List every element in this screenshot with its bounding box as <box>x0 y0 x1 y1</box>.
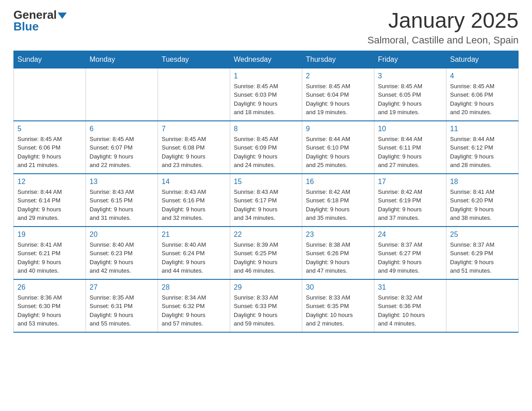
day-info: Sunrise: 8:44 AMSunset: 6:11 PMDaylight:… <box>378 135 442 170</box>
calendar-cell: 15Sunrise: 8:43 AMSunset: 6:17 PMDayligh… <box>230 174 302 227</box>
page-header: General Blue January 2025 Salmoral, Cast… <box>13 9 519 46</box>
calendar-header: SundayMondayTuesdayWednesdayThursdayFrid… <box>14 51 519 68</box>
day-number: 9 <box>306 125 370 133</box>
calendar-cell: 21Sunrise: 8:40 AMSunset: 6:24 PMDayligh… <box>158 227 230 279</box>
day-number: 18 <box>450 178 515 186</box>
calendar-cell: 24Sunrise: 8:37 AMSunset: 6:27 PMDayligh… <box>374 227 446 279</box>
day-info: Sunrise: 8:34 AMSunset: 6:32 PMDaylight:… <box>162 293 226 328</box>
calendar-cell: 20Sunrise: 8:40 AMSunset: 6:23 PMDayligh… <box>86 227 158 279</box>
day-info: Sunrise: 8:41 AMSunset: 6:21 PMDaylight:… <box>17 240 82 275</box>
day-info: Sunrise: 8:45 AMSunset: 6:04 PMDaylight:… <box>306 82 370 117</box>
day-number: 11 <box>450 125 515 133</box>
calendar-cell: 5Sunrise: 8:45 AMSunset: 6:06 PMDaylight… <box>14 121 86 174</box>
calendar-cell: 11Sunrise: 8:44 AMSunset: 6:12 PMDayligh… <box>446 121 519 174</box>
day-info: Sunrise: 8:43 AMSunset: 6:16 PMDaylight:… <box>162 188 226 223</box>
calendar-cell <box>86 68 158 121</box>
day-number: 26 <box>17 283 82 291</box>
calendar-cell: 22Sunrise: 8:39 AMSunset: 6:25 PMDayligh… <box>230 227 302 279</box>
logo-top: General <box>13 9 67 21</box>
day-info: Sunrise: 8:45 AMSunset: 6:08 PMDaylight:… <box>162 135 226 170</box>
calendar-cell: 30Sunrise: 8:33 AMSunset: 6:35 PMDayligh… <box>302 279 374 332</box>
calendar-cell: 6Sunrise: 8:45 AMSunset: 6:07 PMDaylight… <box>86 121 158 174</box>
day-number: 3 <box>378 72 442 80</box>
weekday-header-tuesday: Tuesday <box>158 51 230 68</box>
calendar-body: 1Sunrise: 8:45 AMSunset: 6:03 PMDaylight… <box>14 68 519 332</box>
calendar-cell: 10Sunrise: 8:44 AMSunset: 6:11 PMDayligh… <box>374 121 446 174</box>
day-info: Sunrise: 8:45 AMSunset: 6:06 PMDaylight:… <box>17 135 82 170</box>
logo: General Blue <box>13 9 67 32</box>
day-info: Sunrise: 8:33 AMSunset: 6:33 PMDaylight:… <box>234 293 298 328</box>
day-number: 19 <box>17 231 82 239</box>
day-info: Sunrise: 8:35 AMSunset: 6:31 PMDaylight:… <box>90 293 154 328</box>
day-info: Sunrise: 8:37 AMSunset: 6:29 PMDaylight:… <box>450 240 515 275</box>
calendar-cell: 28Sunrise: 8:34 AMSunset: 6:32 PMDayligh… <box>158 279 230 332</box>
logo-bottom: Blue <box>13 21 39 32</box>
day-number: 8 <box>234 125 298 133</box>
weekday-header-wednesday: Wednesday <box>230 51 302 68</box>
day-number: 1 <box>234 72 298 80</box>
day-number: 25 <box>450 231 515 239</box>
day-info: Sunrise: 8:32 AMSunset: 6:36 PMDaylight:… <box>378 293 442 328</box>
day-info: Sunrise: 8:45 AMSunset: 6:05 PMDaylight:… <box>378 82 442 117</box>
day-number: 24 <box>378 231 442 239</box>
weekday-header-row: SundayMondayTuesdayWednesdayThursdayFrid… <box>14 51 519 68</box>
calendar-cell: 14Sunrise: 8:43 AMSunset: 6:16 PMDayligh… <box>158 174 230 227</box>
month-title: January 2025 <box>367 9 519 33</box>
calendar-cell: 3Sunrise: 8:45 AMSunset: 6:05 PMDaylight… <box>374 68 446 121</box>
day-number: 29 <box>234 283 298 291</box>
weekday-header-sunday: Sunday <box>14 51 86 68</box>
location-title: Salmoral, Castille and Leon, Spain <box>367 34 519 46</box>
day-number: 27 <box>90 283 154 291</box>
calendar-cell: 12Sunrise: 8:44 AMSunset: 6:14 PMDayligh… <box>14 174 86 227</box>
day-info: Sunrise: 8:37 AMSunset: 6:27 PMDaylight:… <box>378 240 442 275</box>
calendar-cell <box>14 68 86 121</box>
calendar-cell <box>158 68 230 121</box>
day-info: Sunrise: 8:41 AMSunset: 6:20 PMDaylight:… <box>450 188 515 223</box>
day-number: 12 <box>17 178 82 186</box>
calendar-cell: 1Sunrise: 8:45 AMSunset: 6:03 PMDaylight… <box>230 68 302 121</box>
calendar-cell: 13Sunrise: 8:43 AMSunset: 6:15 PMDayligh… <box>86 174 158 227</box>
day-info: Sunrise: 8:38 AMSunset: 6:26 PMDaylight:… <box>306 240 370 275</box>
day-number: 28 <box>162 283 226 291</box>
weekday-header-friday: Friday <box>374 51 446 68</box>
weekday-header-thursday: Thursday <box>302 51 374 68</box>
week-row-1: 1Sunrise: 8:45 AMSunset: 6:03 PMDaylight… <box>14 68 519 121</box>
day-info: Sunrise: 8:36 AMSunset: 6:30 PMDaylight:… <box>17 293 82 328</box>
day-info: Sunrise: 8:45 AMSunset: 6:03 PMDaylight:… <box>234 82 298 117</box>
day-info: Sunrise: 8:44 AMSunset: 6:10 PMDaylight:… <box>306 135 370 170</box>
day-info: Sunrise: 8:42 AMSunset: 6:18 PMDaylight:… <box>306 188 370 223</box>
day-info: Sunrise: 8:39 AMSunset: 6:25 PMDaylight:… <box>234 240 298 275</box>
day-number: 10 <box>378 125 442 133</box>
day-info: Sunrise: 8:44 AMSunset: 6:14 PMDaylight:… <box>17 188 82 223</box>
calendar-cell: 9Sunrise: 8:44 AMSunset: 6:10 PMDaylight… <box>302 121 374 174</box>
day-number: 15 <box>234 178 298 186</box>
calendar-cell: 18Sunrise: 8:41 AMSunset: 6:20 PMDayligh… <box>446 174 519 227</box>
day-info: Sunrise: 8:40 AMSunset: 6:24 PMDaylight:… <box>162 240 226 275</box>
week-row-2: 5Sunrise: 8:45 AMSunset: 6:06 PMDaylight… <box>14 121 519 174</box>
day-info: Sunrise: 8:43 AMSunset: 6:15 PMDaylight:… <box>90 188 154 223</box>
calendar-cell: 16Sunrise: 8:42 AMSunset: 6:18 PMDayligh… <box>302 174 374 227</box>
day-number: 17 <box>378 178 442 186</box>
day-number: 6 <box>90 125 154 133</box>
weekday-header-monday: Monday <box>86 51 158 68</box>
day-number: 14 <box>162 178 226 186</box>
day-info: Sunrise: 8:44 AMSunset: 6:12 PMDaylight:… <box>450 135 515 170</box>
day-number: 23 <box>306 231 370 239</box>
calendar-cell: 4Sunrise: 8:45 AMSunset: 6:06 PMDaylight… <box>446 68 519 121</box>
day-info: Sunrise: 8:45 AMSunset: 6:07 PMDaylight:… <box>90 135 154 170</box>
day-info: Sunrise: 8:45 AMSunset: 6:09 PMDaylight:… <box>234 135 298 170</box>
calendar-cell: 31Sunrise: 8:32 AMSunset: 6:36 PMDayligh… <box>374 279 446 332</box>
calendar-cell: 17Sunrise: 8:42 AMSunset: 6:19 PMDayligh… <box>374 174 446 227</box>
day-number: 22 <box>234 231 298 239</box>
day-number: 30 <box>306 283 370 291</box>
day-info: Sunrise: 8:45 AMSunset: 6:06 PMDaylight:… <box>450 82 515 117</box>
calendar-cell: 19Sunrise: 8:41 AMSunset: 6:21 PMDayligh… <box>14 227 86 279</box>
day-number: 16 <box>306 178 370 186</box>
calendar-cell: 8Sunrise: 8:45 AMSunset: 6:09 PMDaylight… <box>230 121 302 174</box>
calendar-cell: 2Sunrise: 8:45 AMSunset: 6:04 PMDaylight… <box>302 68 374 121</box>
week-row-5: 26Sunrise: 8:36 AMSunset: 6:30 PMDayligh… <box>14 279 519 332</box>
calendar-table: SundayMondayTuesdayWednesdayThursdayFrid… <box>13 51 519 333</box>
day-info: Sunrise: 8:40 AMSunset: 6:23 PMDaylight:… <box>90 240 154 275</box>
logo-blue-text: Blue <box>13 20 39 33</box>
day-number: 2 <box>306 72 370 80</box>
